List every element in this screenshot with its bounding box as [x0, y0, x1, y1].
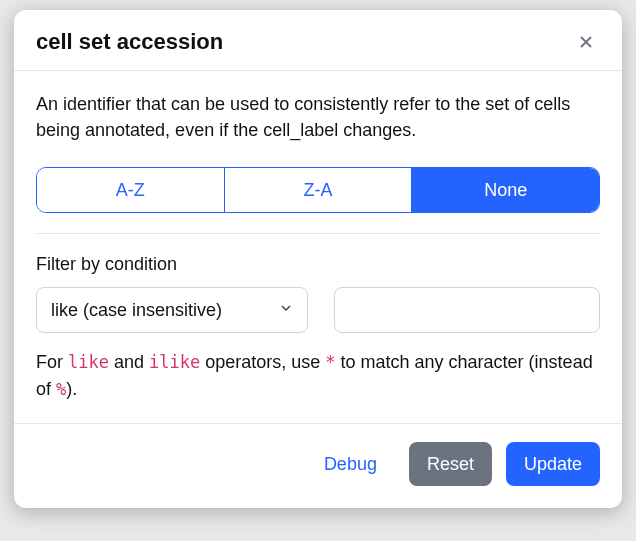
column-settings-modal: cell set accession An identifier that ca…: [14, 10, 622, 508]
filter-operator-value: like (case insensitive): [36, 287, 308, 333]
helper-code-star: *: [325, 352, 335, 372]
helper-code-ilike: ilike: [149, 352, 200, 372]
update-button[interactable]: Update: [506, 442, 600, 486]
divider: [36, 233, 600, 234]
close-button[interactable]: [572, 28, 600, 56]
modal-footer: Debug Reset Update: [14, 423, 622, 508]
helper-text-fragment: For: [36, 352, 68, 372]
column-description: An identifier that can be used to consis…: [36, 91, 600, 143]
filter-section-label: Filter by condition: [36, 254, 600, 275]
filter-row: like (case insensitive): [36, 287, 600, 333]
helper-text-fragment: operators, use: [200, 352, 325, 372]
helper-text-fragment: and: [109, 352, 149, 372]
modal-title: cell set accession: [36, 29, 223, 55]
filter-helper-text: For like and ilike operators, use * to m…: [36, 349, 600, 403]
helper-code-percent: %: [56, 379, 66, 399]
helper-code-like: like: [68, 352, 109, 372]
helper-text-fragment: ).: [66, 379, 77, 399]
close-icon: [576, 32, 596, 52]
debug-button[interactable]: Debug: [306, 442, 395, 486]
sort-option-none[interactable]: None: [411, 168, 599, 212]
filter-operator-select[interactable]: like (case insensitive): [36, 287, 308, 333]
reset-button[interactable]: Reset: [409, 442, 492, 486]
modal-header: cell set accession: [14, 10, 622, 71]
sort-option-az[interactable]: A-Z: [37, 168, 224, 212]
sort-option-za[interactable]: Z-A: [224, 168, 412, 212]
sort-segmented-control: A-Z Z-A None: [36, 167, 600, 213]
modal-body: An identifier that can be used to consis…: [14, 71, 622, 423]
filter-value-input[interactable]: [334, 287, 600, 333]
